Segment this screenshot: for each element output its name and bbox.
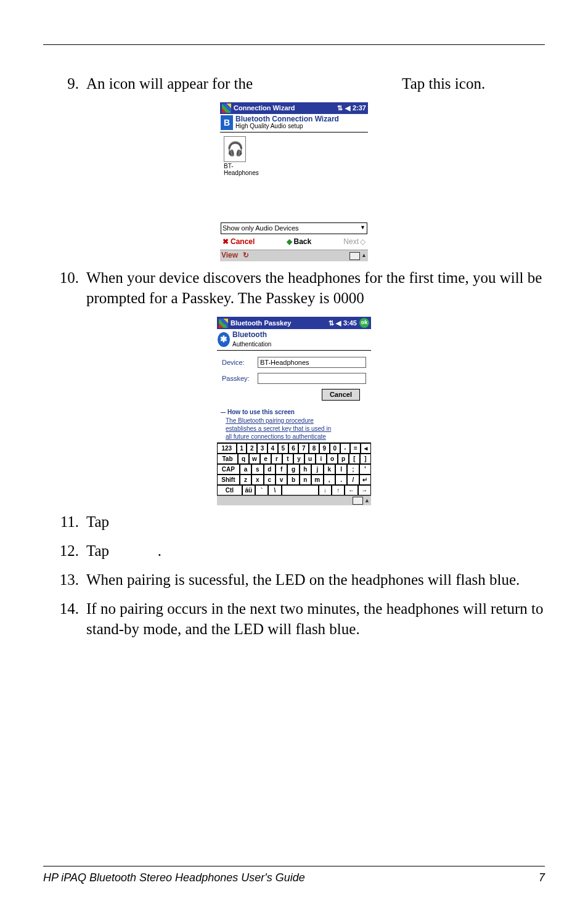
osk-key[interactable]: Tab [217, 454, 238, 464]
osk-key[interactable]: [ [349, 454, 360, 464]
device-filter-dropdown[interactable]: Show only Audio Devices ▼ [221, 222, 367, 234]
back-button[interactable]: ◆Back [287, 237, 311, 247]
osk-key[interactable]: . [335, 475, 347, 485]
osk-key[interactable]: áü [242, 485, 255, 495]
osk-key[interactable]: 8 [309, 443, 319, 454]
osk-key[interactable]: CAP [217, 464, 240, 475]
headphones-device-icon[interactable]: 🎧 [224, 136, 246, 162]
osk-key[interactable]: ← [345, 485, 357, 495]
osk-key[interactable]: i [316, 454, 327, 464]
osk-key[interactable]: ; [347, 464, 359, 475]
osk-key[interactable]: f [276, 464, 287, 475]
osk-key[interactable]: ↓ [319, 485, 332, 495]
refresh-icon[interactable]: ↻ [243, 251, 249, 259]
cancel-button[interactable]: Cancel [322, 389, 360, 401]
next-button-disabled: Next◇ [343, 237, 365, 247]
osk-key[interactable]: ↑ [332, 485, 345, 495]
osk-key[interactable]: Shift [217, 475, 240, 485]
step-9-text-b: Tap this icon. [402, 75, 485, 92]
osk-key[interactable]: 4 [267, 443, 278, 454]
osk-key[interactable]: → [358, 485, 371, 495]
osk-key[interactable]: k [324, 464, 335, 475]
step-number: 12. [43, 540, 86, 561]
step-12-text-b: . [158, 542, 161, 559]
osk-key[interactable]: x [251, 475, 263, 485]
osk-key[interactable]: 3 [257, 443, 267, 454]
device-caption: BT- Headphones [224, 163, 364, 176]
start-flag-icon [219, 319, 228, 328]
cw-title-text: Connection Wizard [234, 104, 295, 113]
osk-key[interactable]: , [324, 475, 335, 485]
osk-key[interactable]: = [350, 443, 361, 454]
step-number: 9. [43, 73, 86, 94]
osk-key[interactable]: b [287, 475, 299, 485]
osk-key[interactable]: 7 [298, 443, 309, 454]
sip-up-icon[interactable]: ▲ [364, 497, 370, 505]
sip-up-icon[interactable]: ▲ [361, 252, 367, 259]
osk-key[interactable]: n [300, 475, 311, 485]
osk-key[interactable]: t [282, 454, 293, 464]
osk-key[interactable]: o [327, 454, 338, 464]
pk-title-text: Bluetooth Passkey [231, 319, 291, 328]
osk-key[interactable]: j [311, 464, 323, 475]
keyboard-icon[interactable] [349, 252, 360, 260]
osk-key[interactable]: ◄ [361, 443, 371, 454]
osk-key[interactable]: / [347, 475, 359, 485]
osk-key[interactable]: p [338, 454, 349, 464]
step-13-text: When pairing is sucessful, the LED on th… [86, 569, 545, 590]
osk-key[interactable]: w [249, 454, 260, 464]
osk-key[interactable]: ↵ [359, 475, 371, 485]
osk-key[interactable] [282, 485, 319, 495]
ok-button[interactable]: ok [359, 318, 369, 328]
osk-key[interactable]: - [340, 443, 351, 454]
osk-key[interactable]: e [260, 454, 271, 464]
step-10-text: When your device discovers the headphone… [86, 267, 545, 308]
connection-wizard-screenshot: Connection Wizard ⇅ ◀ 2:37 B Bluetooth C… [220, 102, 368, 261]
osk-key[interactable]: 6 [288, 443, 299, 454]
step-number: 10. [43, 267, 86, 308]
osk-key[interactable]: ` [255, 485, 268, 495]
step-number: 13. [43, 569, 86, 590]
osk-key[interactable]: q [238, 454, 249, 464]
osk-key[interactable]: r [271, 454, 282, 464]
osk-key[interactable]: h [300, 464, 311, 475]
osk-key[interactable]: 2 [247, 443, 257, 454]
device-label: Device: [222, 358, 258, 367]
pk-clock: 3:45 [343, 319, 357, 328]
osk-key[interactable]: d [264, 464, 276, 475]
cw-clock: 2:37 [353, 104, 366, 113]
osk-key[interactable]: l [335, 464, 347, 475]
cancel-button[interactable]: Cancel [223, 237, 255, 247]
passkey-screenshot: Bluetooth Passkey ⇅ ◀ 3:45 ok ✱ Bluetoot… [217, 317, 371, 505]
osk-key[interactable]: y [293, 454, 304, 464]
passkey-input[interactable] [258, 373, 366, 384]
view-menu[interactable]: View [221, 251, 238, 259]
osk-key[interactable]: \ [268, 485, 281, 495]
osk-key[interactable]: a [240, 464, 251, 475]
osk-key[interactable]: 9 [319, 443, 330, 454]
osk-key[interactable]: Ctl [217, 485, 242, 495]
cw-header-line2: High Quality Audio setup [235, 123, 339, 130]
osk-key[interactable]: 5 [278, 443, 288, 454]
signal-icon: ⇅ [337, 104, 343, 113]
osk-key[interactable]: 0 [330, 443, 340, 454]
osk-key[interactable]: u [304, 454, 316, 464]
chevron-down-icon: ▼ [360, 224, 365, 232]
osk-key[interactable]: c [264, 475, 276, 485]
pk-header-line1: Bluetooth [232, 330, 271, 340]
osk-key[interactable]: z [240, 475, 251, 485]
passkey-label: Passkey: [222, 374, 258, 383]
osk-key[interactable]: 1 [237, 443, 247, 454]
osk-key[interactable]: g [287, 464, 299, 475]
osk-key[interactable]: ' [359, 464, 371, 475]
osk-key[interactable]: v [276, 475, 287, 485]
pk-header-line2: Authentication [232, 340, 271, 348]
step-9-text-a: An icon will appear for the [86, 75, 253, 92]
keyboard-icon[interactable] [353, 497, 363, 505]
osk-key[interactable]: ] [360, 454, 371, 464]
help-text[interactable]: The Bluetooth pairing procedure establis… [226, 417, 366, 441]
osk-key[interactable]: 123 [217, 443, 237, 454]
on-screen-keyboard[interactable]: 1231234567890-=◄ Tabqwertyuiop[] CAPasdf… [217, 442, 371, 495]
osk-key[interactable]: m [311, 475, 323, 485]
osk-key[interactable]: s [251, 464, 263, 475]
